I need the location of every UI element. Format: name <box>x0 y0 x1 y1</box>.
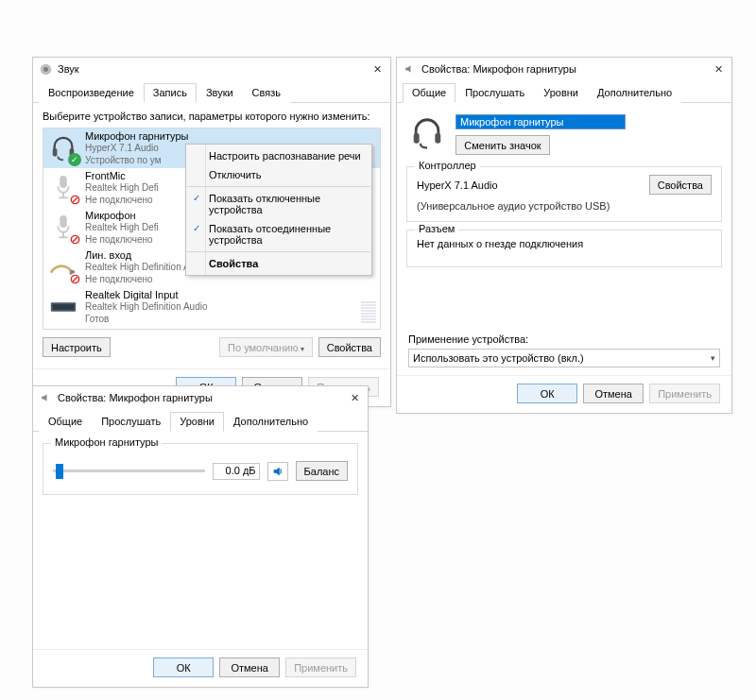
apply-button[interactable]: Применить <box>285 657 356 677</box>
tabstrip: Воспроизведение Запись Звуки Связь <box>33 82 390 103</box>
window-title: Звук <box>58 63 369 75</box>
tab-recording[interactable]: Запись <box>144 83 197 103</box>
level-value[interactable]: 0.0 дБ <box>213 463 260 480</box>
menu-properties[interactable]: Свойства <box>186 254 371 273</box>
unplugged-badge-icon <box>69 233 81 246</box>
svg-rect-19 <box>414 133 420 144</box>
tab-listen[interactable]: Прослушать <box>455 83 534 103</box>
svg-line-13 <box>73 237 77 242</box>
controller-description: (Универсальное аудио устройство USB) <box>417 200 712 212</box>
menu-show-disabled[interactable]: Показать отключенные устройства <box>186 189 371 219</box>
device-name: Realtek Digital Input <box>85 289 357 302</box>
unplugged-badge-icon <box>69 194 81 206</box>
close-icon[interactable]: ✕ <box>369 63 385 76</box>
tab-general[interactable]: Общие <box>403 83 455 103</box>
context-menu[interactable]: Настроить распознавание речи Отключить П… <box>185 144 372 276</box>
controller-name: HyperX 7.1 Audio <box>417 179 498 191</box>
titlebar[interactable]: Свойства: Микрофон гарнитуры ✕ <box>33 386 368 409</box>
ok-button[interactable]: ОК <box>153 657 214 677</box>
tab-listen[interactable]: Прослушать <box>92 412 170 432</box>
tab-levels[interactable]: Уровни <box>170 412 224 432</box>
tab-communications[interactable]: Связь <box>243 83 290 103</box>
level-group: Микрофон гарнитуры 0.0 дБ Баланс <box>43 443 358 495</box>
titlebar[interactable]: Звук ✕ <box>33 58 390 80</box>
tab-sounds[interactable]: Звуки <box>197 83 243 103</box>
mute-toggle-icon[interactable] <box>267 462 288 481</box>
tabstrip: Общие Прослушать Уровни Дополнительно <box>397 82 731 103</box>
device-name-input[interactable]: Микрофон гарнитуры <box>455 114 626 129</box>
speaker-icon <box>403 62 416 76</box>
slider-thumb[interactable] <box>56 464 63 479</box>
svg-rect-2 <box>53 148 58 156</box>
device-usage-select[interactable]: Использовать это устройство (вкл.) <box>408 349 720 367</box>
window-title: Свойства: Микрофон гарнитуры <box>58 392 347 403</box>
menu-speech-recognition[interactable]: Настроить распознавание речи <box>186 146 371 165</box>
device-usage-value: Использовать это устройство (вкл.) <box>413 352 584 364</box>
svg-rect-4 <box>60 176 67 188</box>
menu-disable[interactable]: Отключить <box>186 165 371 184</box>
device-usage-label: Применение устройства: <box>408 333 720 345</box>
balance-button[interactable]: Баланс <box>296 461 348 481</box>
sound-icon <box>39 62 52 76</box>
microphone-icon <box>47 172 79 204</box>
controller-group: Контроллер HyperX 7.1 Audio Свойства (Ун… <box>406 166 722 222</box>
window-title: Свойства: Микрофон гарнитуры <box>421 63 711 75</box>
svg-line-8 <box>73 197 77 202</box>
group-legend: Контроллер <box>415 160 480 171</box>
checkmark-badge-icon: ✓ <box>68 153 81 166</box>
menu-show-disconnected[interactable]: Показать отсоединенные устройства <box>186 219 371 249</box>
tab-advanced[interactable]: Дополнительно <box>588 83 681 103</box>
properties-window-levels: Свойства: Микрофон гарнитуры ✕ Общие Про… <box>32 385 369 688</box>
speaker-icon <box>39 391 52 404</box>
jack-info: Hет данных о гнезде подключения <box>417 238 712 249</box>
change-icon-button[interactable]: Сменить значок <box>455 135 550 155</box>
level-label: Микрофон гарнитуры <box>51 436 162 448</box>
digital-input-icon <box>47 291 79 323</box>
instruction-text: Выберите устройство записи, параметры ко… <box>43 111 381 122</box>
device-row[interactable]: Realtek Digital Input Realtek High Defin… <box>43 287 380 327</box>
menu-separator <box>187 186 370 187</box>
cancel-button[interactable]: Отмена <box>219 657 280 677</box>
tab-levels[interactable]: Уровни <box>534 83 588 103</box>
svg-line-16 <box>73 277 77 282</box>
tab-advanced[interactable]: Дополнительно <box>224 412 318 432</box>
set-default-button[interactable]: По умолчанию <box>219 337 313 357</box>
controller-properties-button[interactable]: Свойства <box>649 175 712 195</box>
svg-rect-9 <box>60 215 67 228</box>
device-name: Микрофон гарнитуры <box>85 130 357 144</box>
properties-button[interactable]: Свойства <box>318 337 381 357</box>
linein-icon <box>47 251 79 283</box>
device-large-icon <box>408 114 446 152</box>
svg-rect-18 <box>53 304 75 310</box>
tab-general[interactable]: Общие <box>39 412 92 432</box>
titlebar[interactable]: Свойства: Микрофон гарнитуры ✕ <box>397 58 731 80</box>
device-subtitle: Realtek High Definition Audio <box>85 301 357 314</box>
microphone-icon <box>47 212 79 244</box>
device-status: Готов <box>85 314 357 326</box>
level-slider[interactable] <box>53 470 205 472</box>
group-legend: Разъем <box>415 223 458 234</box>
close-icon[interactable]: ✕ <box>711 63 726 76</box>
headset-icon: ✓ <box>47 132 79 164</box>
configure-button[interactable]: Настроить <box>43 337 111 357</box>
apply-button[interactable]: Применить <box>649 384 720 403</box>
jack-group: Разъем Hет данных о гнезде подключения <box>406 230 722 267</box>
level-meter-icon <box>361 291 376 323</box>
tab-playback[interactable]: Воспроизведение <box>39 83 144 103</box>
cancel-button[interactable]: Отмена <box>583 384 644 403</box>
properties-window-general: Свойства: Микрофон гарнитуры ✕ Общие Про… <box>396 57 732 414</box>
svg-point-1 <box>43 67 48 72</box>
ok-button[interactable]: ОК <box>517 384 577 403</box>
close-icon[interactable]: ✕ <box>347 392 362 404</box>
svg-rect-20 <box>435 133 440 144</box>
unplugged-badge-icon <box>69 273 81 285</box>
tabstrip: Общие Прослушать Уровни Дополнительно <box>33 411 368 432</box>
menu-separator <box>187 251 370 252</box>
